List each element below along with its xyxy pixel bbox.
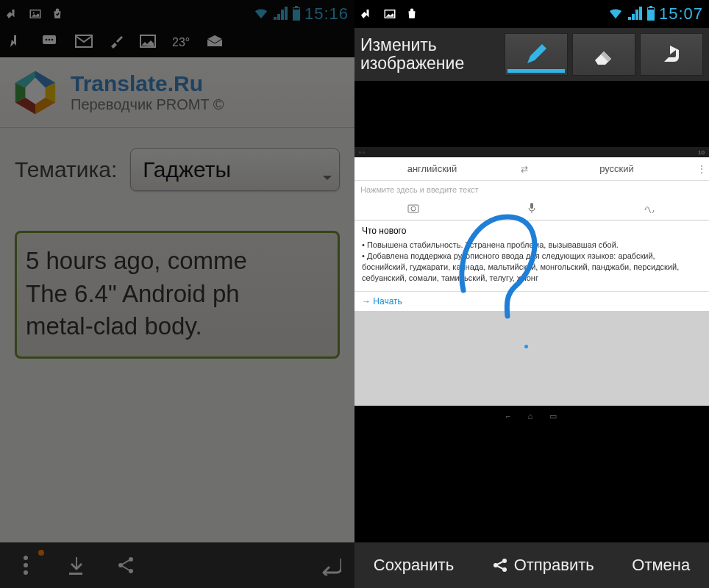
svg-point-5 xyxy=(51,39,54,41)
status-bar: 15:07 xyxy=(354,0,709,28)
phone-right: 15:07 Изменить изображение ◦ ◦ 10 англий… xyxy=(354,0,709,588)
whatsnew-list: Повышена стабильность. Устранена проблем… xyxy=(362,240,702,283)
list-item: Повышена стабильность. Устранена проблем… xyxy=(362,240,702,251)
svg-point-23 xyxy=(411,207,416,211)
signal-icon xyxy=(274,7,288,22)
brand-title: Translate.Ru xyxy=(71,71,224,96)
camera-icon[interactable] xyxy=(354,203,473,215)
mic-icon[interactable] xyxy=(473,202,591,216)
input-prompt[interactable]: Нажмите здесь и введите текст xyxy=(354,181,709,198)
photo-icon xyxy=(140,35,156,51)
share-button[interactable] xyxy=(113,553,138,578)
edit-canvas[interactable]: ◦ ◦ 10 английский ⇄ русский ⋮ Нажмите зд… xyxy=(354,81,709,542)
topic-select[interactable]: Гаджеты xyxy=(130,148,340,191)
mail-open-icon xyxy=(206,35,224,51)
mini-navbar: ⌐ ⌂ ▭ xyxy=(354,406,709,426)
back-icon[interactable]: ⌐ xyxy=(506,412,511,420)
status-bar: 15:16 xyxy=(0,0,354,28)
language-row: английский ⇄ русский ⋮ xyxy=(354,157,709,181)
input-mode-row xyxy=(354,198,709,220)
shopping-icon xyxy=(50,7,65,21)
eraser-tool-button[interactable] xyxy=(572,33,635,76)
svg-point-3 xyxy=(46,39,48,41)
svg-point-17 xyxy=(24,570,28,575)
toolbar-title: Изменить изображение xyxy=(360,36,500,74)
chat-icon xyxy=(41,34,59,51)
brand-subtitle: Переводчик PROMT © xyxy=(71,96,224,113)
cleaner-icon xyxy=(360,7,375,21)
edit-toolbar: Изменить изображение xyxy=(354,28,709,81)
topic-label: Тематика: xyxy=(15,157,117,182)
whatsnew-panel: Что нового Повышена стабильность. Устран… xyxy=(354,220,709,288)
svg-point-15 xyxy=(24,556,28,560)
image-icon xyxy=(28,7,43,21)
notification-icons-row: 23° xyxy=(0,28,354,57)
mini-clock: 10 xyxy=(698,149,705,156)
send-label: Отправить xyxy=(514,556,594,575)
save-label: Сохранить xyxy=(374,556,454,575)
cancel-label: Отмена xyxy=(632,556,690,575)
save-button[interactable]: Сохранить xyxy=(374,556,454,575)
start-label: Начать xyxy=(373,296,402,306)
overflow-icon[interactable]: ⋮ xyxy=(694,164,709,174)
mini-statusbar: ◦ ◦ 10 xyxy=(354,147,709,157)
list-item: Добавлена поддержка рукописного ввода дл… xyxy=(362,251,702,284)
temp-badge: 23° xyxy=(172,36,190,49)
lang-to[interactable]: русский xyxy=(539,163,694,174)
shopping-icon xyxy=(405,7,419,21)
swap-icon[interactable]: ⇄ xyxy=(510,164,539,174)
embedded-screenshot: ◦ ◦ 10 английский ⇄ русский ⋮ Нажмите зд… xyxy=(354,147,709,426)
topic-row: Тематика: Гаджеты xyxy=(0,128,354,206)
wifi-icon xyxy=(608,7,624,22)
cleaner2-icon xyxy=(9,34,25,51)
battery-icon xyxy=(647,7,655,21)
lang-from[interactable]: английский xyxy=(354,163,510,174)
cancel-button[interactable]: Отмена xyxy=(632,556,690,575)
whatsnew-title: Что нового xyxy=(362,225,702,237)
pen-tool-button[interactable] xyxy=(505,33,568,76)
translation-input[interactable]: 5 hours ago, comme The 6.4" Android ph m… xyxy=(15,231,340,359)
wifi-icon xyxy=(253,7,269,22)
svg-point-1 xyxy=(33,12,35,13)
image-icon xyxy=(382,7,397,21)
svg-rect-24 xyxy=(530,203,533,209)
bottom-actions: Сохранить Отправить Отмена xyxy=(354,542,709,588)
app-content: Translate.Ru Переводчик PROMT © Тематика… xyxy=(0,57,354,542)
clock: 15:16 xyxy=(304,4,349,24)
undo-button[interactable] xyxy=(640,33,703,76)
download-button[interactable] xyxy=(63,553,88,578)
gmail-icon xyxy=(75,35,93,51)
notification-dot-icon xyxy=(38,550,44,556)
menu-button[interactable] xyxy=(13,553,38,578)
home-icon[interactable]: ⌂ xyxy=(527,412,533,420)
clock: 15:07 xyxy=(659,4,703,24)
cleaner-icon xyxy=(6,7,21,21)
brush-icon xyxy=(109,34,124,51)
send-button[interactable]: Отправить xyxy=(492,556,594,575)
phone-left: 15:16 23° Translate.Ru Переводчик PROMT … xyxy=(0,0,354,588)
ink-dot-icon xyxy=(524,345,528,348)
battery-icon xyxy=(293,7,300,21)
signal-icon xyxy=(628,7,643,22)
svg-point-16 xyxy=(24,563,28,567)
start-link[interactable]: → Начать xyxy=(354,291,709,311)
bottom-toolbar xyxy=(0,542,354,588)
handwriting-icon[interactable] xyxy=(591,203,709,215)
topic-value: Гаджеты xyxy=(143,157,231,182)
brand-logo-icon xyxy=(10,68,60,118)
brand-bar: Translate.Ru Переводчик PROMT © xyxy=(0,57,354,128)
svg-point-4 xyxy=(49,39,51,41)
back-button[interactable] xyxy=(316,553,341,578)
recent-icon[interactable]: ▭ xyxy=(549,412,557,421)
handwriting-pad[interactable] xyxy=(354,311,709,406)
